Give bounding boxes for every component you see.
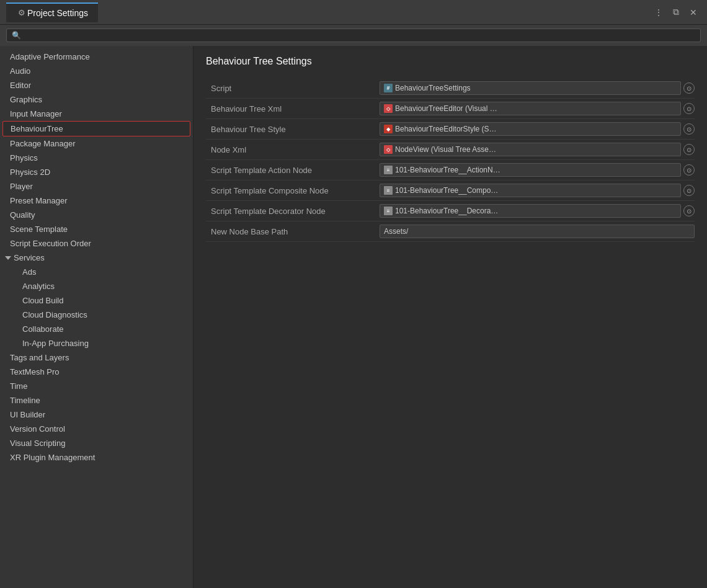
setting-value-behaviour-tree-xml: ◇ BehaviourTreeEditor (Visual … ⊙: [380, 102, 695, 115]
setting-label-behaviour-tree-style: Behaviour Tree Style: [206, 125, 380, 134]
settings-rows: Script # BehaviourTreeSettings ⊙ Behavio…: [206, 78, 695, 242]
sidebar-item-package-manager[interactable]: Package Manager: [0, 136, 193, 151]
asset-field-script[interactable]: # BehaviourTreeSettings: [380, 81, 681, 95]
select-button-script-template-action-node[interactable]: ⊙: [683, 164, 695, 176]
sidebar-item-tags-and-layers[interactable]: Tags and Layers: [0, 350, 193, 365]
sidebar-item-cloud-diagnostics[interactable]: Cloud Diagnostics: [0, 308, 193, 322]
select-button-script-template-composite-node[interactable]: ⊙: [683, 185, 695, 196]
sidebar-item-editor[interactable]: Editor: [0, 78, 193, 92]
setting-value-node-xml: ◇ NodeView (Visual Tree Asse… ⊙: [380, 143, 695, 156]
select-button-script[interactable]: ⊙: [683, 82, 695, 94]
main-layout: Adaptive Performance Audio Editor Graphi…: [0, 46, 707, 588]
restore-button[interactable]: ⧉: [669, 5, 683, 20]
sidebar-item-cloud-build[interactable]: Cloud Build: [0, 293, 193, 308]
setting-value-script-template-composite-node: ≡ 101-BehaviourTree__Compo… ⊙: [380, 184, 695, 197]
txt-icon-action: ≡: [384, 166, 393, 174]
sidebar-item-quality[interactable]: Quality: [0, 208, 193, 222]
sidebar-item-collaborate[interactable]: Collaborate: [0, 322, 193, 336]
sidebar-item-visual-scripting[interactable]: Visual Scripting: [0, 436, 193, 450]
txt-icon-decorator: ≡: [384, 207, 393, 215]
setting-value-new-node-base-path: Assets/: [380, 225, 695, 238]
setting-label-node-xml: Node Xml: [206, 145, 380, 154]
setting-label-script-template-action-node: Script Template Action Node: [206, 166, 380, 175]
setting-value-behaviour-tree-style: ◆ BehaviourTreeEditorStyle (S… ⊙: [380, 122, 695, 136]
sidebar-item-textmesh-pro[interactable]: TextMesh Pro: [0, 365, 193, 379]
sidebar-item-input-manager[interactable]: Input Manager: [0, 107, 193, 121]
hashtag-icon: #: [384, 84, 393, 92]
setting-label-script: Script: [206, 84, 380, 93]
sidebar-item-behaviour-tree[interactable]: BehaviourTree: [2, 121, 190, 136]
cs-red-icon-style: ◆: [384, 125, 393, 133]
sidebar-item-physics-2d[interactable]: Physics 2D: [0, 165, 193, 179]
title-bar: ⚙ Project Settings ⋮ ⧉ ✕: [0, 0, 707, 25]
asset-field-behaviour-tree-style[interactable]: ◆ BehaviourTreeEditorStyle (S…: [380, 122, 681, 136]
sidebar-item-in-app-purchasing[interactable]: In-App Purchasing: [0, 336, 193, 350]
title-bar-left: ⚙ Project Settings: [6, 2, 646, 22]
asset-field-script-template-action-node[interactable]: ≡ 101-BehaviourTree__ActionN…: [380, 163, 681, 177]
sidebar-item-ads[interactable]: Ads: [0, 265, 193, 279]
window-title: Project Settings: [27, 8, 88, 18]
setting-row-behaviour-tree-xml: Behaviour Tree Xml ◇ BehaviourTreeEditor…: [206, 99, 695, 119]
menu-button[interactable]: ⋮: [651, 5, 666, 20]
search-icon: 🔍: [12, 31, 21, 40]
sidebar: Adaptive Performance Audio Editor Graphi…: [0, 46, 193, 588]
txt-icon-composite: ≡: [384, 186, 393, 195]
setting-label-new-node-base-path: New Node Base Path: [206, 227, 380, 236]
chevron-down-icon: [5, 256, 11, 260]
setting-value-script-template-decorator-node: ≡ 101-BehaviourTree__Decora… ⊙: [380, 204, 695, 218]
setting-row-node-xml: Node Xml ◇ NodeView (Visual Tree Asse… ⊙: [206, 140, 695, 160]
sidebar-item-version-control[interactable]: Version Control: [0, 422, 193, 436]
search-wrap: 🔍: [6, 29, 701, 42]
gear-icon: ⚙: [16, 7, 27, 19]
setting-row-script: Script # BehaviourTreeSettings ⊙: [206, 78, 695, 99]
close-button[interactable]: ✕: [686, 5, 701, 20]
asset-field-node-xml[interactable]: ◇ NodeView (Visual Tree Asse…: [380, 143, 681, 156]
sidebar-item-graphics[interactable]: Graphics: [0, 92, 193, 107]
sidebar-item-adaptive-performance[interactable]: Adaptive Performance: [0, 50, 193, 64]
asset-field-script-template-composite-node[interactable]: ≡ 101-BehaviourTree__Compo…: [380, 184, 681, 197]
setting-label-script-template-composite-node: Script Template Composite Node: [206, 186, 380, 195]
sidebar-item-script-execution-order[interactable]: Script Execution Order: [0, 236, 193, 251]
sidebar-services-toggle[interactable]: Services: [0, 251, 193, 265]
search-bar: 🔍: [0, 25, 707, 46]
sidebar-item-player[interactable]: Player: [0, 179, 193, 194]
setting-value-script-template-action-node: ≡ 101-BehaviourTree__ActionN… ⊙: [380, 163, 695, 177]
search-input[interactable]: [25, 31, 695, 40]
asset-field-script-template-decorator-node[interactable]: ≡ 101-BehaviourTree__Decora…: [380, 204, 681, 218]
sidebar-item-timeline[interactable]: Timeline: [0, 393, 193, 408]
sidebar-item-physics[interactable]: Physics: [0, 151, 193, 165]
select-button-node-xml[interactable]: ⊙: [683, 144, 695, 155]
setting-row-script-template-decorator-node: Script Template Decorator Node ≡ 101-Beh…: [206, 201, 695, 221]
sidebar-item-scene-template[interactable]: Scene Template: [0, 222, 193, 236]
setting-row-script-template-composite-node: Script Template Composite Node ≡ 101-Beh…: [206, 180, 695, 201]
setting-row-new-node-base-path: New Node Base Path Assets/: [206, 221, 695, 242]
sidebar-item-preset-manager[interactable]: Preset Manager: [0, 194, 193, 208]
content-panel: Behaviour Tree Settings Script # Behavio…: [193, 46, 707, 588]
sidebar-item-time[interactable]: Time: [0, 379, 193, 393]
setting-label-script-template-decorator-node: Script Template Decorator Node: [206, 207, 380, 216]
sidebar-item-xr-plugin-management[interactable]: XR Plugin Management: [0, 450, 193, 465]
setting-label-behaviour-tree-xml: Behaviour Tree Xml: [206, 104, 380, 114]
window-controls: ⋮ ⧉ ✕: [651, 5, 701, 20]
content-title: Behaviour Tree Settings: [206, 56, 695, 67]
select-button-behaviour-tree-style[interactable]: ⊙: [683, 123, 695, 135]
cs-icon-node-xml: ◇: [384, 145, 393, 154]
sidebar-item-analytics[interactable]: Analytics: [0, 279, 193, 293]
title-bar-tab[interactable]: ⚙ Project Settings: [6, 2, 98, 22]
text-field-new-node-base-path[interactable]: Assets/: [380, 225, 695, 238]
cs-icon-xml: ◇: [384, 104, 393, 113]
sidebar-item-audio[interactable]: Audio: [0, 64, 193, 78]
asset-field-behaviour-tree-xml[interactable]: ◇ BehaviourTreeEditor (Visual …: [380, 102, 681, 115]
select-button-script-template-decorator-node[interactable]: ⊙: [683, 205, 695, 216]
sidebar-item-ui-builder[interactable]: UI Builder: [0, 408, 193, 422]
select-button-behaviour-tree-xml[interactable]: ⊙: [683, 103, 695, 114]
setting-row-script-template-action-node: Script Template Action Node ≡ 101-Behavi…: [206, 160, 695, 180]
setting-row-behaviour-tree-style: Behaviour Tree Style ◆ BehaviourTreeEdit…: [206, 119, 695, 140]
setting-value-script: # BehaviourTreeSettings ⊙: [380, 81, 695, 95]
